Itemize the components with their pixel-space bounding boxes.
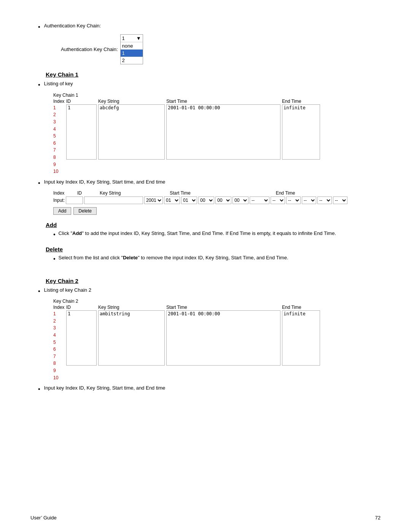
end-hour-select[interactable]: --	[302, 197, 316, 204]
kc1-idx-3: 3	[53, 118, 65, 126]
kc1-idx-9: 9	[53, 161, 65, 168]
kc1-idx-1: 1	[53, 104, 65, 112]
kc2-idx-4: 4	[53, 332, 65, 339]
kc2-idx-9: 9	[53, 367, 65, 374]
bullet-delete: •	[53, 255, 56, 263]
kc2-col-keystring: Key String	[98, 305, 165, 310]
kc2-id-textarea[interactable]: 1	[66, 310, 97, 366]
key-chain-1-heading: Key Chain 1	[46, 71, 381, 78]
delete-button[interactable]: Delete	[73, 207, 97, 215]
end-year-select[interactable]: --	[250, 197, 269, 204]
auth-selected-value: 1	[122, 35, 125, 41]
kc2-idx-7: 7	[53, 353, 65, 360]
bullet-kc2-listing: •	[38, 287, 40, 296]
kc1-col-index: Index	[53, 99, 65, 104]
input-col-keystring: Key String	[100, 190, 161, 196]
input-col-starttime: Start Time	[170, 190, 191, 196]
kc2-listing-label: Listing of key Chain 2	[44, 287, 91, 293]
kc1-col-id: ID	[66, 99, 97, 104]
kc2-idx-10: 10	[53, 374, 65, 382]
kc2-col-id: ID	[66, 305, 97, 310]
kc2-col-endtime: End Time	[282, 305, 301, 310]
option-1[interactable]: 1	[121, 50, 143, 57]
auth-field-label: Authentication Key Chain:	[61, 46, 118, 52]
start-sec-select[interactable]: 00	[233, 197, 249, 204]
kc2-idx-8: 8	[53, 360, 65, 367]
kc2-endtime-textarea[interactable]: infinite	[282, 310, 320, 366]
kc2-col-index: Index	[53, 305, 65, 310]
add-heading: Add	[46, 222, 381, 228]
auth-key-chain-dropdown[interactable]: 1 ▼ none 1 2	[120, 34, 143, 64]
kc1-index-col: 1 2 3 4 5 6 7 8 9 10	[53, 104, 65, 175]
bullet-add: •	[53, 230, 56, 239]
end-sec-select[interactable]: --	[333, 197, 347, 204]
start-year-select[interactable]: 2001	[144, 197, 163, 204]
kc1-idx-10: 10	[53, 168, 65, 175]
kc1-endtime-textarea[interactable]: infinite	[282, 104, 320, 160]
kc1-idx-2: 2	[53, 111, 65, 118]
option-2[interactable]: 2	[121, 57, 143, 64]
bullet-auth: •	[38, 23, 40, 31]
kc2-table-title: Key Chain 2	[53, 299, 381, 304]
kc1-idx-8: 8	[53, 154, 65, 161]
auth-label: Authentication Key Chain:	[44, 23, 101, 29]
end-month-select[interactable]: --	[271, 197, 285, 204]
kc1-id-textarea[interactable]: 1	[66, 104, 97, 160]
delete-heading: Delete	[46, 246, 381, 252]
add-button[interactable]: Add	[53, 207, 71, 215]
kc1-input-label: Input key Index ID, Key String, Start ti…	[44, 179, 166, 185]
kc1-starttime-textarea[interactable]: 2001-01-01 00:00:00	[166, 104, 280, 160]
input-col-endtime: End Time	[276, 190, 295, 196]
key-chain-2-heading: Key Chain 2	[46, 278, 381, 284]
bullet-kc1-input: •	[38, 179, 40, 187]
start-min-select[interactable]: 00	[215, 197, 231, 204]
kc1-idx-4: 4	[53, 126, 65, 133]
start-day-select[interactable]: 01	[181, 197, 197, 204]
end-day-select[interactable]: --	[286, 197, 301, 204]
input-col-id: ID	[77, 190, 98, 196]
kc2-idx-1: 1	[53, 310, 65, 318]
kc2-input-label: Input key Index ID, Key String, Start ti…	[44, 385, 166, 391]
kc2-idx-5: 5	[53, 339, 65, 346]
kc2-idx-6: 6	[53, 346, 65, 353]
kc2-keystring-textarea[interactable]: ambitstring	[98, 310, 165, 366]
end-min-select[interactable]: --	[317, 197, 332, 204]
kc1-col-starttime: Start Time	[166, 99, 280, 104]
footer-right: 72	[375, 515, 381, 521]
kc2-idx-3: 3	[53, 324, 65, 332]
bullet-kc1-listing: •	[38, 81, 40, 89]
bullet-kc2-input: •	[38, 385, 40, 393]
kc1-idx-5: 5	[53, 133, 65, 140]
kc2-index-col: 1 2 3 4 5 6 7 8 9 10	[53, 310, 65, 381]
input-keystring-field[interactable]	[84, 197, 143, 204]
kc2-idx-2: 2	[53, 318, 65, 325]
input-row-label: Input:	[53, 198, 65, 203]
dropdown-arrow-icon: ▼	[136, 35, 141, 41]
kc1-keystring-textarea[interactable]: abcdefg	[98, 104, 165, 160]
input-col-index: Index	[53, 190, 74, 196]
footer-left: User’ Guide	[30, 515, 57, 521]
kc1-idx-7: 7	[53, 147, 65, 154]
option-none[interactable]: none	[121, 42, 143, 50]
start-hour-select[interactable]: 00	[198, 197, 214, 204]
kc1-listing-label: Listing of key	[44, 81, 73, 86]
kc2-col-starttime: Start Time	[166, 305, 280, 310]
kc2-starttime-textarea[interactable]: 2001-01-01 00:00:00	[166, 310, 280, 366]
delete-description: Select from the list and click "Delete" …	[59, 255, 288, 260]
kc1-idx-6: 6	[53, 140, 65, 147]
start-month-select[interactable]: 01	[164, 197, 180, 204]
input-id-field[interactable]	[66, 197, 83, 204]
add-description: Click "Add" to add the input index ID, K…	[59, 230, 336, 236]
kc1-col-endtime: End Time	[282, 99, 301, 104]
kc1-col-keystring: Key String	[98, 99, 165, 104]
kc1-table-title: Key Chain 1	[53, 93, 381, 98]
